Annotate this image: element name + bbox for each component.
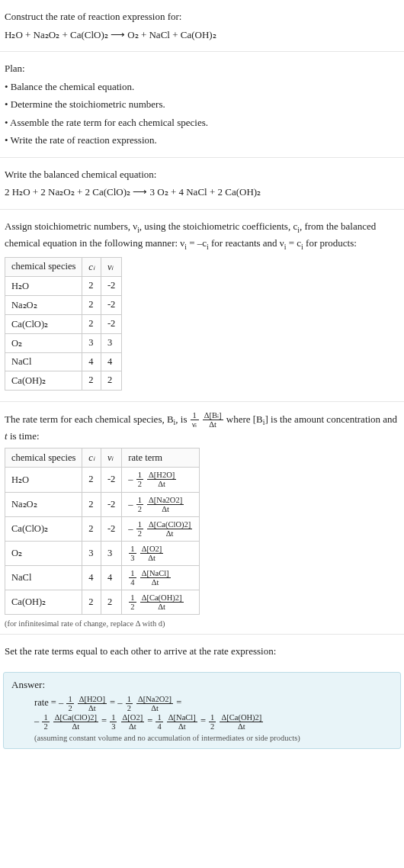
table-row: Ca(ClO)₂2-2 – 12 Δ[Ca(ClO)2]Δt [5,516,200,541]
rate-term-cell: – 12 Δ[Ca(ClO)2]Δt [122,516,200,541]
rate-term-cell: – 12 Δ[H2O]Δt [122,468,200,492]
rate-frac-2: Δ[Bᵢ]Δt [203,411,223,429]
rate-intro-c: where [B [226,413,263,424]
rate-term-cell: 12 Δ[Ca(OH)2]Δt [122,590,200,614]
rate-intro-f: is time: [8,430,40,442]
answer-box: Answer: rate = – 12 Δ[H2O]Δt = – 12 Δ[Na… [3,672,401,749]
table-row: O₂33 13 Δ[O2]Δt [5,541,200,565]
plan-bullet-2: • Determine the stoichiometric numbers. [5,97,399,112]
set-equal-text: Set the rate terms equal to each other t… [5,644,399,659]
col-species: chemical species [5,448,82,468]
stoich-text-a: Assign stoichiometric numbers, ν [5,220,137,232]
balanced-section: Write the balanced chemical equation: 2 … [0,158,404,210]
col-species: chemical species [5,257,82,276]
rate-term-cell: 14 Δ[NaCl]Δt [122,565,200,590]
rate-term-cell: – 12 Δ[Na2O2]Δt [122,492,200,516]
rate-term-table: chemical species cᵢ νᵢ rate term H₂O2-2 … [5,448,200,614]
balanced-intro: Write the balanced chemical equation: [5,167,399,182]
answer-note: (assuming constant volume and no accumul… [34,734,393,742]
answer-expression: rate = – 12 Δ[H2O]Δt = – 12 Δ[Na2O2]Δt =… [34,694,393,731]
answer-label: Answer: [11,679,393,691]
table-header-row: chemical species cᵢ νᵢ rate term [5,448,200,468]
set-equal-section: Set the rate terms equal to each other t… [0,635,404,668]
col-rate-term: rate term [122,448,200,468]
stoich-table: chemical species cᵢ νᵢ H₂O2-2 Na₂O₂2-2 C… [5,257,122,391]
plan-bullet-1: • Balance the chemical equation. [5,79,399,95]
rate-intro-d: ] is the amount concentration and [265,413,397,424]
stoich-section: Assign stoichiometric numbers, νi, using… [0,210,404,402]
infinitesimal-note: (for infinitesimal rate of change, repla… [5,619,399,628]
stoich-text-g: for products: [303,237,357,249]
col-ci: cᵢ [82,448,101,468]
table-row: Na₂O₂2-2 [5,295,122,314]
rate-term-cell: 13 Δ[O2]Δt [122,541,200,565]
col-vi: νᵢ [101,448,121,468]
rate-frac-1: 1νᵢ [191,411,199,429]
balanced-equation: 2 H₂O + 2 Na₂O₂ + 2 Ca(ClO)₂ ⟶ 3 O₂ + 4 … [5,185,399,200]
table-row: Ca(OH)₂22 [5,371,122,390]
stoich-text-f: = c [286,237,301,249]
table-row: Na₂O₂2-2 – 12 Δ[Na2O2]Δt [5,492,200,516]
stoich-text-e: for reactants and ν [209,237,284,249]
stoich-text-d: = –c [187,237,207,249]
table-header-row: chemical species cᵢ νᵢ [5,257,122,276]
plan-header: Plan: [5,61,399,76]
plan-bullet-4: • Write the rate of reaction expression. [5,133,399,148]
col-ci: cᵢ [82,257,101,276]
table-row: O₂33 [5,333,122,352]
rate-intro-a: The rate term for each chemical species,… [5,413,174,424]
table-row: Ca(OH)₂22 12 Δ[Ca(OH)2]Δt [5,590,200,614]
col-vi: νᵢ [101,257,121,276]
rate-intro-b: , is [175,413,189,424]
table-row: Ca(ClO)₂2-2 [5,314,122,333]
table-row: NaCl44 [5,352,122,371]
plan-bullet-3: • Assemble the rate term for each chemic… [5,115,399,130]
intro-section: Construct the rate of reaction expressio… [0,0,404,52]
stoich-intro: Assign stoichiometric numbers, νi, using… [5,219,399,252]
table-row: H₂O2-2 – 12 Δ[H2O]Δt [5,468,200,492]
stoich-text-b: , using the stoichiometric coefficients,… [139,220,297,232]
rate-term-section: The rate term for each chemical species,… [0,402,404,635]
rate-intro-line: The rate term for each chemical species,… [5,411,399,444]
table-row: NaCl44 14 Δ[NaCl]Δt [5,565,200,590]
plan-section: Plan: • Balance the chemical equation. •… [0,52,404,158]
table-row: H₂O2-2 [5,276,122,295]
intro-line: Construct the rate of reaction expressio… [5,9,399,24]
unbalanced-equation: H₂O + Na₂O₂ + Ca(ClO)₂ ⟶ O₂ + NaCl + Ca(… [5,27,399,43]
